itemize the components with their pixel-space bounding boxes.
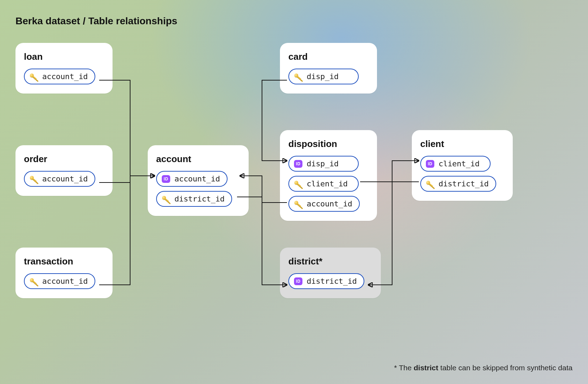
field-disposition-disp_id: ID disp_id (288, 156, 359, 172)
field-transaction-account_id: account_id (24, 273, 95, 289)
table-card: card disp_id (280, 43, 377, 94)
table-transaction-name: transaction (24, 256, 104, 267)
field-label: district_id (439, 179, 488, 188)
diagram-title: Berka dataset / Table relationships (15, 15, 177, 27)
table-account-name: account (156, 154, 240, 165)
field-label: district_id (174, 194, 224, 203)
table-disposition: disposition ID disp_id client_id account… (280, 130, 377, 221)
key-icon (294, 200, 302, 208)
table-transaction: transaction account_id (15, 248, 113, 298)
field-client-district_id: district_id (420, 176, 496, 192)
table-disposition-name: disposition (288, 139, 369, 149)
field-disposition-account_id: account_id (288, 196, 360, 212)
field-label: client_id (439, 159, 480, 168)
field-label: account_id (42, 174, 88, 183)
field-label: account_id (42, 72, 88, 81)
table-loan-name: loan (24, 51, 104, 62)
field-card-disp_id: disp_id (288, 69, 359, 84)
id-icon: ID (426, 160, 434, 168)
id-icon: ID (294, 160, 302, 168)
table-client-name: client (420, 139, 504, 149)
key-icon (294, 72, 302, 81)
table-order-name: order (24, 154, 104, 165)
key-icon (162, 195, 170, 203)
table-card-name: card (288, 51, 369, 62)
table-order: order account_id (15, 145, 113, 196)
key-icon (30, 72, 38, 81)
field-disposition-client_id: client_id (288, 176, 359, 192)
key-icon (426, 180, 434, 188)
footnote-suffix: table can be skipped from synthetic data (438, 364, 573, 372)
footnote: * The district table can be skipped from… (394, 364, 573, 372)
key-icon (294, 180, 302, 188)
footnote-bold: district (414, 364, 438, 372)
field-order-account_id: account_id (24, 171, 95, 187)
table-client: client ID client_id district_id (412, 130, 513, 201)
field-label: account_id (307, 199, 352, 208)
id-icon: ID (162, 175, 170, 183)
field-loan-account_id: account_id (24, 69, 95, 84)
id-icon: ID (294, 277, 302, 285)
field-district-district_id: ID district_id (288, 273, 364, 289)
table-district-name: district* (288, 256, 372, 267)
field-label: client_id (307, 179, 348, 188)
key-icon (30, 175, 38, 183)
field-account-account_id: ID account_id (156, 171, 228, 187)
field-label: district_id (307, 277, 357, 286)
table-district: district* ID district_id (280, 248, 381, 298)
table-account: account ID account_id district_id (148, 145, 249, 216)
table-loan: loan account_id (15, 43, 113, 94)
field-label: account_id (42, 277, 88, 286)
field-label: account_id (174, 174, 220, 183)
field-account-district_id: district_id (156, 191, 232, 207)
field-label: disp_id (307, 159, 339, 168)
footnote-prefix: * The (394, 364, 414, 372)
field-client-client_id: ID client_id (420, 156, 491, 172)
key-icon (30, 277, 38, 286)
field-label: disp_id (307, 72, 339, 81)
